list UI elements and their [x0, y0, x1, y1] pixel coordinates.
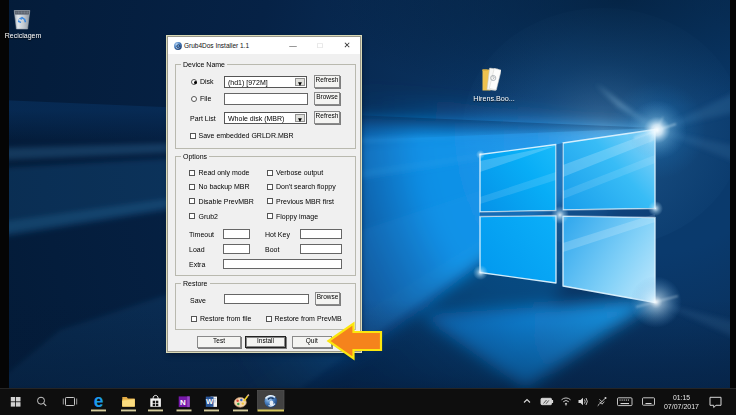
svg-text:N: N [180, 398, 186, 407]
svg-text:07/07/2017: 07/07/2017 [664, 403, 699, 410]
svg-text:e: e [94, 391, 104, 411]
svg-text:W: W [206, 397, 214, 406]
svg-text:01:15: 01:15 [673, 394, 690, 401]
